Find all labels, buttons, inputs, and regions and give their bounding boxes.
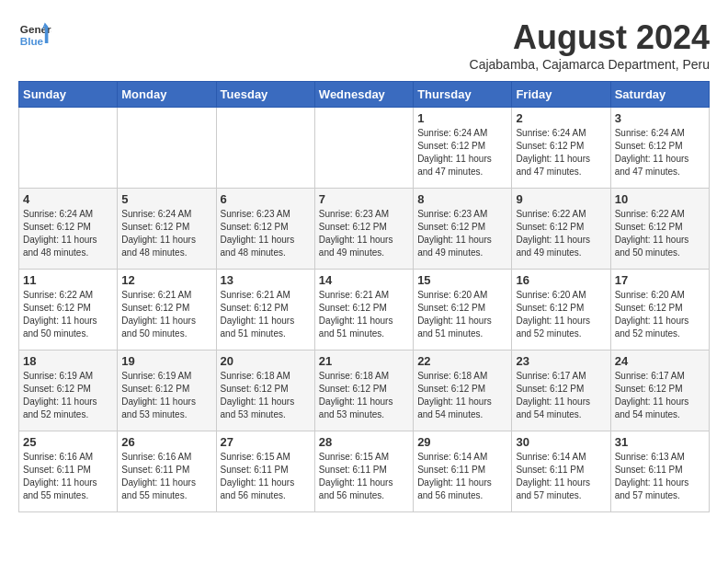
calendar-cell: 28Sunrise: 6:15 AM Sunset: 6:11 PM Dayli… bbox=[314, 431, 413, 512]
day-info: Sunrise: 6:24 AM Sunset: 6:12 PM Dayligh… bbox=[121, 208, 211, 259]
calendar-cell: 9Sunrise: 6:22 AM Sunset: 6:12 PM Daylig… bbox=[512, 189, 610, 270]
calendar-cell: 8Sunrise: 6:23 AM Sunset: 6:12 PM Daylig… bbox=[414, 189, 512, 270]
calendar-cell: 13Sunrise: 6:21 AM Sunset: 6:12 PM Dayli… bbox=[216, 270, 314, 350]
calendar-cell: 14Sunrise: 6:21 AM Sunset: 6:12 PM Dayli… bbox=[314, 270, 413, 350]
week-row-5: 25Sunrise: 6:16 AM Sunset: 6:11 PM Dayli… bbox=[19, 431, 710, 512]
day-info: Sunrise: 6:14 AM Sunset: 6:11 PM Dayligh… bbox=[516, 451, 606, 502]
calendar-cell: 19Sunrise: 6:19 AM Sunset: 6:12 PM Dayli… bbox=[118, 350, 216, 431]
calendar-cell: 15Sunrise: 6:20 AM Sunset: 6:12 PM Dayli… bbox=[414, 270, 512, 350]
calendar-header: SundayMondayTuesdayWednesdayThursdayFrid… bbox=[19, 82, 710, 108]
calendar-cell bbox=[118, 108, 216, 189]
day-info: Sunrise: 6:23 AM Sunset: 6:12 PM Dayligh… bbox=[319, 208, 409, 259]
calendar-cell: 2Sunrise: 6:24 AM Sunset: 6:12 PM Daylig… bbox=[512, 108, 610, 189]
day-info: Sunrise: 6:20 AM Sunset: 6:12 PM Dayligh… bbox=[417, 289, 507, 340]
calendar-cell: 7Sunrise: 6:23 AM Sunset: 6:12 PM Daylig… bbox=[314, 189, 413, 270]
day-info: Sunrise: 6:19 AM Sunset: 6:12 PM Dayligh… bbox=[23, 370, 113, 421]
logo: General Blue bbox=[18, 18, 51, 52]
calendar-cell: 20Sunrise: 6:18 AM Sunset: 6:12 PM Dayli… bbox=[216, 350, 314, 431]
day-number: 29 bbox=[417, 435, 507, 449]
day-number: 20 bbox=[221, 354, 311, 368]
day-info: Sunrise: 6:14 AM Sunset: 6:11 PM Dayligh… bbox=[417, 451, 507, 502]
day-info: Sunrise: 6:21 AM Sunset: 6:12 PM Dayligh… bbox=[221, 289, 311, 340]
day-number: 5 bbox=[121, 192, 211, 206]
calendar-title: August 2024 bbox=[470, 18, 710, 57]
day-of-week-tuesday: Tuesday bbox=[216, 82, 314, 108]
day-info: Sunrise: 6:16 AM Sunset: 6:11 PM Dayligh… bbox=[23, 451, 113, 502]
svg-text:Blue: Blue bbox=[20, 35, 44, 47]
day-number: 21 bbox=[319, 354, 409, 368]
day-info: Sunrise: 6:23 AM Sunset: 6:12 PM Dayligh… bbox=[417, 208, 507, 259]
day-number: 25 bbox=[23, 435, 113, 449]
day-of-week-sunday: Sunday bbox=[19, 82, 118, 108]
calendar-cell: 27Sunrise: 6:15 AM Sunset: 6:11 PM Dayli… bbox=[216, 431, 314, 512]
calendar-cell: 22Sunrise: 6:18 AM Sunset: 6:12 PM Dayli… bbox=[414, 350, 512, 431]
day-info: Sunrise: 6:18 AM Sunset: 6:12 PM Dayligh… bbox=[319, 370, 409, 421]
day-info: Sunrise: 6:18 AM Sunset: 6:12 PM Dayligh… bbox=[221, 370, 311, 421]
calendar-cell: 25Sunrise: 6:16 AM Sunset: 6:11 PM Dayli… bbox=[19, 431, 118, 512]
day-info: Sunrise: 6:19 AM Sunset: 6:12 PM Dayligh… bbox=[121, 370, 211, 421]
day-number: 31 bbox=[615, 435, 705, 449]
calendar-table: SundayMondayTuesdayWednesdayThursdayFrid… bbox=[18, 81, 710, 512]
day-info: Sunrise: 6:15 AM Sunset: 6:11 PM Dayligh… bbox=[319, 451, 409, 502]
day-of-week-friday: Friday bbox=[512, 82, 610, 108]
calendar-cell: 30Sunrise: 6:14 AM Sunset: 6:11 PM Dayli… bbox=[512, 431, 610, 512]
calendar-cell: 23Sunrise: 6:17 AM Sunset: 6:12 PM Dayli… bbox=[512, 350, 610, 431]
day-info: Sunrise: 6:21 AM Sunset: 6:12 PM Dayligh… bbox=[121, 289, 211, 340]
day-number: 16 bbox=[516, 273, 606, 287]
day-info: Sunrise: 6:24 AM Sunset: 6:12 PM Dayligh… bbox=[417, 127, 507, 178]
calendar-cell: 12Sunrise: 6:21 AM Sunset: 6:12 PM Dayli… bbox=[118, 270, 216, 350]
day-info: Sunrise: 6:22 AM Sunset: 6:12 PM Dayligh… bbox=[615, 208, 705, 259]
day-number: 27 bbox=[221, 435, 311, 449]
day-info: Sunrise: 6:22 AM Sunset: 6:12 PM Dayligh… bbox=[23, 289, 113, 340]
day-number: 30 bbox=[516, 435, 606, 449]
day-number: 1 bbox=[417, 111, 507, 125]
calendar-cell: 3Sunrise: 6:24 AM Sunset: 6:12 PM Daylig… bbox=[610, 108, 709, 189]
calendar-cell: 21Sunrise: 6:18 AM Sunset: 6:12 PM Dayli… bbox=[314, 350, 413, 431]
logo-icon: General Blue bbox=[18, 18, 51, 52]
calendar-cell: 18Sunrise: 6:19 AM Sunset: 6:12 PM Dayli… bbox=[19, 350, 118, 431]
day-info: Sunrise: 6:21 AM Sunset: 6:12 PM Dayligh… bbox=[319, 289, 409, 340]
week-row-1: 1Sunrise: 6:24 AM Sunset: 6:12 PM Daylig… bbox=[19, 108, 710, 189]
calendar-cell: 10Sunrise: 6:22 AM Sunset: 6:12 PM Dayli… bbox=[610, 189, 709, 270]
calendar-cell: 26Sunrise: 6:16 AM Sunset: 6:11 PM Dayli… bbox=[118, 431, 216, 512]
day-number: 12 bbox=[121, 273, 211, 287]
calendar-cell: 11Sunrise: 6:22 AM Sunset: 6:12 PM Dayli… bbox=[19, 270, 118, 350]
day-number: 15 bbox=[417, 273, 507, 287]
day-number: 9 bbox=[516, 192, 606, 206]
day-number: 22 bbox=[417, 354, 507, 368]
week-row-2: 4Sunrise: 6:24 AM Sunset: 6:12 PM Daylig… bbox=[19, 189, 710, 270]
day-number: 3 bbox=[615, 111, 705, 125]
day-of-week-saturday: Saturday bbox=[610, 82, 709, 108]
day-info: Sunrise: 6:16 AM Sunset: 6:11 PM Dayligh… bbox=[121, 451, 211, 502]
day-number: 11 bbox=[23, 273, 113, 287]
day-info: Sunrise: 6:17 AM Sunset: 6:12 PM Dayligh… bbox=[516, 370, 606, 421]
day-number: 28 bbox=[319, 435, 409, 449]
day-number: 14 bbox=[319, 273, 409, 287]
day-number: 17 bbox=[615, 273, 705, 287]
header: General Blue August 2024 Cajabamba, Caja… bbox=[18, 18, 710, 72]
day-info: Sunrise: 6:23 AM Sunset: 6:12 PM Dayligh… bbox=[221, 208, 311, 259]
week-row-4: 18Sunrise: 6:19 AM Sunset: 6:12 PM Dayli… bbox=[19, 350, 710, 431]
calendar-cell: 17Sunrise: 6:20 AM Sunset: 6:12 PM Dayli… bbox=[610, 270, 709, 350]
day-number: 2 bbox=[516, 111, 606, 125]
day-info: Sunrise: 6:24 AM Sunset: 6:12 PM Dayligh… bbox=[516, 127, 606, 178]
day-of-week-wednesday: Wednesday bbox=[314, 82, 413, 108]
calendar-cell bbox=[314, 108, 413, 189]
day-number: 18 bbox=[23, 354, 113, 368]
day-info: Sunrise: 6:24 AM Sunset: 6:12 PM Dayligh… bbox=[615, 127, 705, 178]
week-row-3: 11Sunrise: 6:22 AM Sunset: 6:12 PM Dayli… bbox=[19, 270, 710, 350]
day-number: 26 bbox=[121, 435, 211, 449]
day-number: 8 bbox=[417, 192, 507, 206]
day-info: Sunrise: 6:15 AM Sunset: 6:11 PM Dayligh… bbox=[221, 451, 311, 502]
calendar-cell: 31Sunrise: 6:13 AM Sunset: 6:11 PM Dayli… bbox=[610, 431, 709, 512]
calendar-cell: 6Sunrise: 6:23 AM Sunset: 6:12 PM Daylig… bbox=[216, 189, 314, 270]
day-info: Sunrise: 6:18 AM Sunset: 6:12 PM Dayligh… bbox=[417, 370, 507, 421]
day-number: 7 bbox=[319, 192, 409, 206]
day-of-week-monday: Monday bbox=[118, 82, 216, 108]
day-number: 24 bbox=[615, 354, 705, 368]
day-number: 6 bbox=[221, 192, 311, 206]
day-number: 13 bbox=[221, 273, 311, 287]
day-number: 23 bbox=[516, 354, 606, 368]
day-info: Sunrise: 6:17 AM Sunset: 6:12 PM Dayligh… bbox=[615, 370, 705, 421]
calendar-cell bbox=[19, 108, 118, 189]
